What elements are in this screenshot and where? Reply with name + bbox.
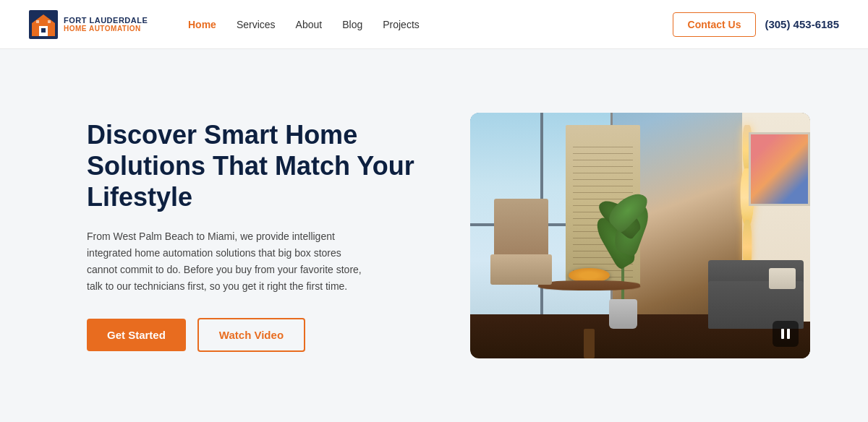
sofa-cushion [769, 268, 796, 289]
nav-home[interactable]: Home [188, 19, 216, 30]
contact-us-button[interactable]: Contact Us [673, 12, 757, 37]
phone-number: (305) 453-6185 [765, 18, 839, 30]
svg-rect-4 [36, 20, 39, 23]
dining-chair [488, 199, 556, 285]
svg-rect-3 [41, 28, 46, 33]
hero-content: Discover Smart Home Solutions That Match… [87, 119, 427, 353]
chair-seat [490, 254, 552, 285]
pause-bar-right [787, 329, 790, 339]
sofa [708, 260, 804, 329]
watch-video-button[interactable]: Watch Video [197, 318, 305, 352]
logo-line2: HOME AUTOMATION [64, 25, 148, 33]
logo-icon [29, 10, 58, 39]
nav-projects[interactable]: Projects [383, 19, 420, 30]
table-leg [584, 329, 594, 358]
hero-buttons: Get Started Watch Video [87, 318, 427, 352]
logo-text: FORT LAUDERDALE HOME AUTOMATION [64, 16, 148, 33]
pause-icon [781, 329, 790, 339]
pause-bar-left [781, 329, 784, 339]
nav-blog[interactable]: Blog [342, 19, 362, 30]
chair-back [494, 199, 548, 259]
nav-about[interactable]: About [296, 19, 323, 30]
room-image [470, 113, 810, 358]
hero-video[interactable] [470, 113, 810, 358]
site-header: FORT LAUDERDALE HOME AUTOMATION Home Ser… [0, 0, 868, 49]
nav-services[interactable]: Services [237, 19, 276, 30]
hero-section: Discover Smart Home Solutions That Match… [0, 49, 868, 422]
hero-title: Discover Smart Home Solutions That Match… [87, 119, 427, 213]
wall-artwork [749, 132, 810, 206]
hero-description: From West Palm Beach to Miami, we provid… [87, 228, 362, 295]
logo-line1: FORT LAUDERDALE [64, 16, 148, 25]
pause-button[interactable] [773, 321, 799, 347]
get-started-button[interactable]: Get Started [87, 319, 186, 351]
logo[interactable]: FORT LAUDERDALE HOME AUTOMATION [29, 10, 159, 39]
svg-rect-5 [48, 20, 51, 23]
header-right: Contact Us (305) 453-6185 [673, 12, 839, 37]
main-nav: Home Services About Blog Projects [188, 19, 673, 30]
